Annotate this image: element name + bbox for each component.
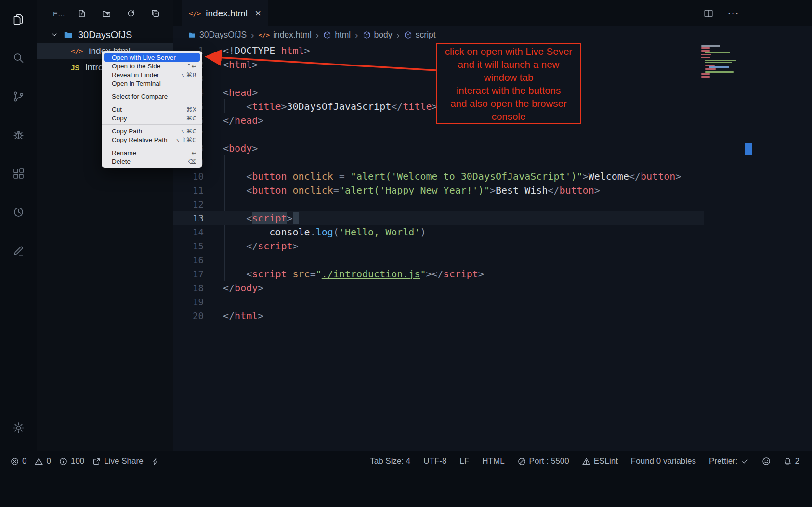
smiley-icon <box>762 457 771 466</box>
settings-gear-icon[interactable] <box>6 415 31 440</box>
tab-title: index.html <box>206 8 248 19</box>
status-live-share[interactable]: Live Share <box>92 456 143 466</box>
code-line-20[interactable]: 20</html> <box>173 309 704 323</box>
chevron-down-icon <box>51 31 59 39</box>
symbol-cube-icon <box>323 31 331 39</box>
debug-icon[interactable] <box>6 122 31 147</box>
project-root-row[interactable]: 30DaysOfJS <box>37 26 173 43</box>
tab-index-html[interactable]: </> index.html × <box>182 0 268 26</box>
line-number: 19 <box>173 297 204 307</box>
code-line-9[interactable]: 9 <box>173 155 704 169</box>
minimap-line <box>705 68 716 70</box>
line-number: 11 <box>173 185 204 195</box>
html-file-icon: </> <box>259 31 270 39</box>
context-menu: Open with Live ServerOpen to the Side^↩R… <box>102 51 202 168</box>
code-line-16[interactable]: 16 <box>173 253 704 267</box>
tab-bar: </> index.html × ⋯ <box>173 0 812 26</box>
new-file-icon[interactable] <box>78 9 86 18</box>
menu-separator <box>102 103 202 103</box>
breadcrumb-item-script[interactable]: script <box>404 30 436 40</box>
extensions-icon[interactable] <box>6 161 31 186</box>
menu-item-copy-path[interactable]: Copy Path⌥⌘C <box>102 127 202 135</box>
menu-item-copy[interactable]: Copy⌘C <box>102 114 202 122</box>
menu-item-delete[interactable]: Delete⌫ <box>102 157 202 166</box>
code-line-15[interactable]: 15 </script> <box>173 239 704 253</box>
code-line-19[interactable]: 19 <box>173 295 704 309</box>
status-smiley-icon[interactable] <box>762 457 771 466</box>
status-port-5500[interactable]: Port : 5500 <box>518 456 569 466</box>
line-number: 18 <box>173 283 204 293</box>
minimap-line <box>705 60 736 61</box>
close-tab-icon[interactable]: × <box>255 8 261 19</box>
status-0[interactable]: 0 <box>35 456 51 466</box>
line-number: 16 <box>173 255 204 265</box>
menu-item-reveal-in-finder[interactable]: Reveal in Finder⌥⌘R <box>102 70 202 79</box>
code-line-8[interactable]: 8<body> <box>173 141 704 155</box>
new-folder-icon[interactable] <box>102 9 111 18</box>
status-eslint[interactable]: ESLint <box>582 456 618 466</box>
status-prettier[interactable]: Prettier: <box>709 456 749 466</box>
minimap-line <box>701 50 710 52</box>
status-lightning-icon[interactable] <box>152 457 159 466</box>
more-actions-icon[interactable]: ⋯ <box>727 7 739 20</box>
status-2[interactable]: 2 <box>784 456 799 466</box>
warning-icon <box>582 457 590 466</box>
minimap-line <box>705 71 734 73</box>
menu-separator <box>102 124 202 125</box>
status-utf-8[interactable]: UTF-8 <box>423 456 446 466</box>
code-line-14[interactable]: 14 console.log('Hello, World') <box>173 225 704 239</box>
breadcrumb-item-file[interactable]: </> index.html <box>259 30 312 40</box>
menu-item-rename[interactable]: Rename↩ <box>102 148 202 157</box>
status-0[interactable]: 0 <box>11 456 26 466</box>
error-icon <box>11 457 19 466</box>
code-line-11[interactable]: 11 <button onclick="alert('Happy New Yea… <box>173 183 704 197</box>
js-file-icon: JS <box>71 64 79 72</box>
explorer-icon[interactable] <box>6 7 31 32</box>
menu-item-open-in-terminal[interactable]: Open in Terminal <box>102 79 202 88</box>
menu-item-open-to-the-side[interactable]: Open to the Side^↩ <box>102 62 202 70</box>
refresh-icon[interactable] <box>127 9 135 18</box>
warning-icon <box>35 457 43 466</box>
symbol-cube-icon <box>363 31 371 39</box>
minimap-line <box>701 76 710 78</box>
breadcrumb-item-body[interactable]: body <box>363 30 393 40</box>
menu-item-cut[interactable]: Cut⌘X <box>102 105 202 114</box>
code-line-17[interactable]: 17 <script src="./introduction.js"></scr… <box>173 267 704 281</box>
source-control-icon[interactable] <box>6 84 31 109</box>
menu-item-open-with-live-server[interactable]: Open with Live Server <box>104 53 200 62</box>
folder-icon <box>188 31 196 39</box>
menu-item-copy-relative-path[interactable]: Copy Relative Path⌥⇧⌘C <box>102 135 202 144</box>
vscode-window: E… 30DaysOfJS </> index.html JS introduc… <box>0 0 812 507</box>
symbol-cube-icon <box>404 31 412 39</box>
live-share-icon <box>92 457 101 466</box>
search-icon[interactable] <box>6 45 31 70</box>
explorer-header: E… <box>37 6 173 21</box>
breadcrumb-item-html[interactable]: html <box>323 30 351 40</box>
history-clock-icon[interactable] <box>6 199 31 224</box>
breadcrumb-item-folder[interactable]: 30DaysOfJS <box>188 30 247 40</box>
check-icon <box>741 457 749 465</box>
split-editor-icon[interactable] <box>703 8 714 19</box>
status-html[interactable]: HTML <box>482 456 504 466</box>
line-number: 20 <box>173 311 204 321</box>
line-number: 14 <box>173 227 204 237</box>
line-number: 15 <box>173 241 204 251</box>
code-line-12[interactable]: 12 <box>173 197 704 211</box>
status-tab-size-4[interactable]: Tab Size: 4 <box>370 456 410 466</box>
menu-item-select-for-compare[interactable]: Select for Compare <box>102 92 202 101</box>
menu-separator <box>102 146 202 146</box>
minimap-line <box>705 62 732 63</box>
collapse-all-icon[interactable] <box>151 9 160 18</box>
minimap[interactable] <box>700 44 743 117</box>
minimap-line <box>705 52 730 53</box>
code-line-13[interactable]: 13 <script> <box>173 211 704 225</box>
status-lf[interactable]: LF <box>459 456 469 466</box>
status-bar: 00100Live Share Tab Size: 4UTF-8LFHTMLPo… <box>0 451 812 472</box>
status-found-0-variables[interactable]: Found 0 variables <box>631 456 696 466</box>
minimap-line <box>701 45 720 47</box>
status-100[interactable]: 100 <box>59 456 84 466</box>
code-line-18[interactable]: 18</body> <box>173 281 704 295</box>
code-line-10[interactable]: 10 <button onclick = "alert('Welcome to … <box>173 169 704 183</box>
code-line-7[interactable]: 7 <box>173 127 704 141</box>
pen-extension-icon[interactable] <box>6 238 31 263</box>
